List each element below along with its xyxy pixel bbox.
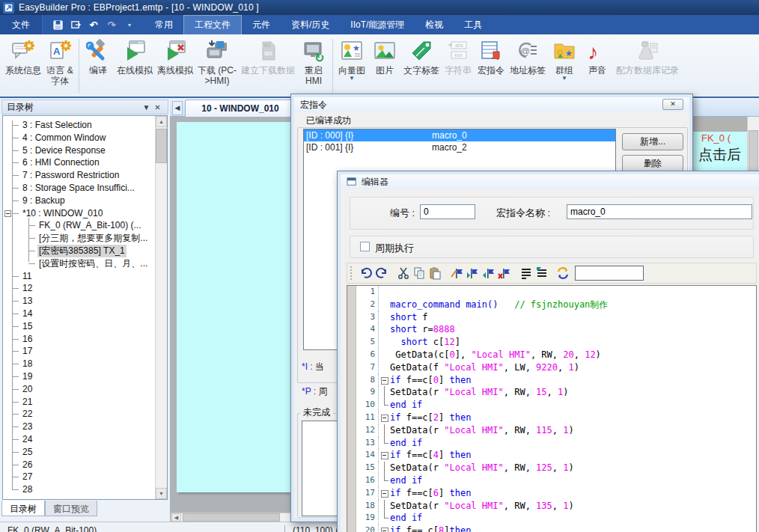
bookmark-clear-icon[interactable] [496,266,511,281]
code-line[interactable]: 5 short c[12] [356,336,756,349]
tree-item[interactable]: 7 : Password Restriction [3,169,154,182]
menu-tab-4[interactable]: 资料/历史 [281,15,340,34]
code-line[interactable]: 10end if [356,399,756,412]
ribbon-language-font-button[interactable]: A语言 & 字体 [43,37,76,88]
panel-close-icon[interactable]: ✕ [152,103,163,111]
export-icon[interactable] [70,19,82,31]
ribbon-macro-button[interactable]: 宏指令 [475,37,507,77]
code-editor[interactable]: 12macro_command main() // fsjnzhouyan制作3… [347,285,757,532]
tab-scroll-left-icon[interactable]: ◀ [172,101,183,115]
code-line[interactable]: 8if f==c[0] then [356,374,756,387]
tree-item[interactable]: FK_0 (RW_A_Bit-100) (... [3,219,154,232]
periodic-execution-checkbox[interactable] [360,242,370,251]
tree-item[interactable]: 6 : HMI Connection [3,156,154,169]
tree-item[interactable]: 12 [3,282,154,295]
outdent-icon[interactable] [533,266,549,281]
code-line[interactable]: 1 [356,286,756,299]
tree-item[interactable]: 21 [3,396,154,409]
tree-item[interactable]: 24 [3,433,154,446]
tree-item[interactable]: 5 : Device Response [3,144,154,157]
sidebar-tab-2[interactable]: 窗口预览 [45,501,97,516]
code-line[interactable]: 7GetData(f "Local HMI", LW, 9220, 1) [356,361,756,374]
undo-blue-icon[interactable] [358,266,374,281]
window-tab[interactable]: 10 - WINDOW_010 [185,100,296,117]
tree-item[interactable]: 17 [3,345,154,358]
panel-menu-dropdown-icon[interactable]: ▼ [141,103,152,111]
tree-item[interactable]: 4 : Common Window [3,132,154,144]
indent-icon[interactable] [517,266,533,281]
tree-item[interactable]: 14 [3,308,154,320]
code-line[interactable]: 2macro_command main() // fsjnzhouyan制作 [356,299,756,311]
tree-item[interactable]: 25 [3,446,154,459]
code-line[interactable]: 18SetData(r "Local HMI", RW, 135, 1) [356,500,756,513]
code-line[interactable]: 4short r=8888 [356,323,756,336]
ribbon-reboot-hmi-button[interactable]: ↻重启 HMI [297,37,330,88]
scroll-up-icon[interactable]: ▲ [156,116,167,127]
new-macro-button[interactable]: 新增... [622,133,683,150]
code-line[interactable]: 19end if [356,512,756,525]
collapse-expander-icon[interactable] [4,210,11,217]
code-line[interactable]: 6 GetData(c[0], "Local HMI", RW, 20, 12) [356,349,756,361]
find-replace-icon[interactable] [555,266,570,281]
tree-item[interactable]: [设置时按密码、日、月、... [3,257,154,270]
tree-item[interactable]: [分三期，想要更多期复制... [3,232,154,245]
tree-item[interactable]: *10 : WINDOW_010 [3,207,154,220]
ribbon-offline-simulation-button[interactable]: 离线模拟 [155,37,195,77]
tree-item[interactable]: 18 [3,358,154,370]
menu-tab-1[interactable]: 常用 [144,15,183,34]
code-line[interactable]: 16end if [356,474,756,487]
sidebar-tab-1[interactable]: 目录树 [1,501,45,516]
scroll-down-icon[interactable]: ▼ [156,488,167,499]
fold-collapse-icon[interactable] [379,374,390,387]
editor-dialog-titlebar[interactable]: 编辑器 [341,174,759,189]
tree-item[interactable]: 26 [3,459,154,471]
menu-tab-3[interactable]: 元件 [242,15,281,34]
ribbon-text-label-button[interactable]: 文字标签 [401,37,442,77]
tree-item[interactable]: 11 [3,270,154,283]
chevron-down-icon[interactable]: ▼ [561,76,567,81]
tree-item[interactable]: 23 [3,421,154,433]
close-icon[interactable]: ✕ [662,99,683,110]
tree-item[interactable]: 15 [3,320,154,333]
macro-dialog-titlebar[interactable]: 宏指令 [294,97,689,112]
code-line[interactable]: 3short f [356,311,756,324]
ribbon-compile-button[interactable]: 编译 [82,37,115,77]
tree-item[interactable]: 3 : Fast Selection [3,119,154,132]
macro-name-input[interactable] [567,204,752,219]
delete-macro-button[interactable]: 删除 [622,155,683,172]
ribbon-address-tag-button[interactable]: @地址标签 [507,37,548,77]
fold-collapse-icon[interactable] [379,525,390,532]
canvas-text-object[interactable]: 点击后 [698,145,741,165]
paste-icon[interactable] [427,266,442,281]
tree-item[interactable]: 16 [3,333,154,346]
ribbon-group-button[interactable]: ★群组▼ [548,37,581,82]
fold-collapse-icon[interactable] [379,487,390,500]
cut-icon[interactable] [395,266,411,281]
menu-tab-5[interactable]: IIoT/能源管理 [340,15,415,34]
redo-blue-icon[interactable] [374,266,389,281]
tree-item[interactable]: 28 [3,483,154,496]
tree-item[interactable]: 22 [3,408,154,421]
tree-item[interactable]: 8 : Storage Space Insuffici... [3,182,154,195]
macro-search-combobox[interactable] [575,266,644,281]
fold-collapse-icon[interactable] [379,412,390,424]
scrollbar-thumb[interactable] [183,513,280,522]
ribbon-picture-button[interactable]: 图片 [368,37,401,77]
code-line[interactable]: 12SetData(r "Local HMI", RW, 115, 1) [356,424,756,437]
menu-tab-6[interactable]: 检视 [415,15,454,34]
file-menu-button[interactable]: 文件 [0,15,43,34]
code-line[interactable]: 15SetData(r "Local HMI", RW, 125, 1) [356,462,756,474]
bookmark-prev-icon[interactable] [480,266,496,281]
bookmark-next-icon[interactable] [464,266,480,281]
redo-icon[interactable]: ↷ [106,19,118,31]
copy-icon[interactable] [411,266,427,281]
fold-collapse-icon[interactable] [379,449,390,462]
code-line[interactable]: 17if f==c[6] then [356,487,756,500]
ribbon-system-info-button[interactable]: 系统信息 [3,37,43,77]
ribbon-vector-graphics-button[interactable]: ★向量图▼ [335,37,368,82]
ribbon-download-button[interactable]: 下载 (PC- >HMI) [195,37,239,88]
undo-icon[interactable]: ↶ [88,19,100,31]
code-line[interactable]: 20if f== c[8]then [356,525,756,532]
code-line[interactable]: 13end if [356,437,756,450]
tree-scrollbar[interactable]: ▲ ▼ [155,116,167,499]
